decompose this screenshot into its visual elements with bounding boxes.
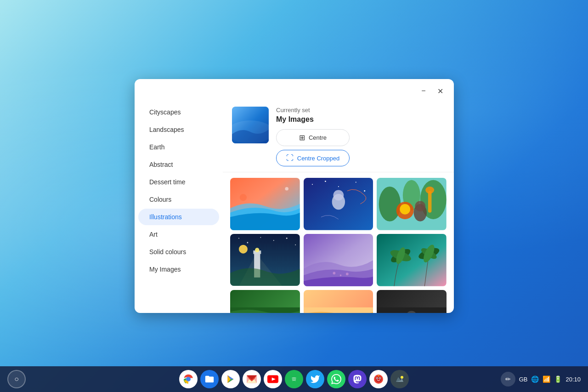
desert-svg (304, 234, 373, 286)
sidebar-item-solid-colours[interactable]: Solid colours (138, 244, 219, 260)
centre-cropped-label: Centre Cropped (297, 155, 340, 162)
whatsapp-svg (331, 374, 341, 384)
svg-point-21 (415, 201, 426, 211)
sidebar-item-my-images[interactable]: My Images (138, 261, 219, 278)
minimize-button[interactable]: − (417, 85, 430, 97)
svg-point-19 (400, 204, 411, 215)
space-svg (304, 178, 373, 230)
svg-rect-40 (377, 234, 447, 286)
peach-svg (304, 290, 373, 313)
play-app-icon[interactable] (221, 370, 240, 388)
wallpaper-item-green[interactable] (230, 290, 300, 313)
mastodon-app-icon[interactable] (348, 370, 367, 388)
currently-set-label: Currently set (276, 107, 445, 114)
current-thumb-svg (232, 107, 269, 143)
wallpaper-item-desert[interactable] (304, 234, 373, 286)
svg-point-10 (364, 190, 365, 192)
svg-point-39 (346, 273, 349, 275)
svg-point-7 (325, 181, 326, 182)
wallpaper-item-peach[interactable] (304, 290, 373, 313)
svg-point-71 (379, 378, 380, 379)
wallpaper-item-palms[interactable] (377, 234, 447, 286)
wallpaper-item-space[interactable] (304, 178, 373, 230)
taskbar-center (179, 370, 409, 388)
taskbar: ○ (0, 366, 588, 392)
gmail-svg (247, 375, 257, 383)
sidebar: Cityscapes Landscapes Earth Abstract Des… (135, 99, 223, 313)
svg-point-37 (333, 272, 335, 274)
svg-point-4 (285, 187, 288, 191)
youtube-svg (267, 375, 278, 383)
svg-point-26 (247, 242, 248, 243)
sidebar-item-cityscapes[interactable]: Cityscapes (138, 104, 219, 120)
centre-button[interactable]: ⊞ Centre (276, 129, 350, 146)
current-wallpaper-thumbnail (232, 107, 269, 143)
wallpaper-grid-section (223, 172, 454, 313)
svg-point-25 (238, 238, 239, 239)
twitter-app-icon[interactable] (306, 370, 324, 388)
beach-svg (230, 178, 300, 230)
edit-button[interactable]: ✏ (501, 372, 515, 386)
close-button[interactable]: ✕ (434, 85, 447, 97)
youtube-app-icon[interactable] (264, 370, 282, 388)
spotify-svg (289, 374, 299, 384)
svg-point-35 (255, 248, 259, 252)
sidebar-item-landscapes[interactable]: Landscapes (138, 121, 219, 138)
taskbar-left: ○ (7, 370, 26, 388)
centre-icon: ⊞ (299, 133, 305, 142)
spotify-app-icon[interactable] (285, 370, 303, 388)
angry-birds-app-icon[interactable] (369, 370, 388, 388)
files-app-icon[interactable] (200, 370, 219, 388)
time-display: 20:10 (565, 376, 581, 383)
current-thumb-image (232, 107, 269, 143)
files-svg (204, 374, 215, 384)
centre-cropped-button[interactable]: ⛶ Centre Cropped (276, 150, 350, 166)
mastodon-svg (352, 374, 362, 384)
dark-svg (377, 290, 447, 313)
current-wallpaper-name: My Images (276, 115, 445, 124)
gmail-app-icon[interactable] (243, 370, 261, 388)
palms-svg (377, 234, 447, 286)
sidebar-item-art[interactable]: Art (138, 226, 219, 243)
whatsapp-app-icon[interactable] (327, 370, 345, 388)
wallpaper-dialog: − ✕ Cityscapes Landscapes Earth Abstract… (135, 79, 454, 313)
dialog-header: − ✕ (135, 79, 454, 99)
svg-point-76 (401, 376, 403, 379)
angry-birds-svg (373, 374, 384, 385)
svg-point-23 (425, 187, 434, 193)
sidebar-item-dessert-time[interactable]: Dessert time (138, 174, 219, 190)
wallpaper-item-lighthouse[interactable] (230, 234, 300, 286)
sidebar-item-colours[interactable]: Colours (138, 191, 219, 208)
svg-point-67 (375, 376, 382, 382)
lighthouse-svg (230, 234, 300, 286)
svg-point-53 (186, 377, 191, 381)
position-buttons-group: ⊞ Centre ⛶ Centre Cropped (276, 129, 445, 166)
centre-cropped-icon: ⛶ (286, 154, 294, 162)
sidebar-item-earth[interactable]: Earth (138, 139, 219, 155)
svg-point-8 (338, 186, 339, 187)
play-svg (226, 374, 236, 384)
svg-point-15 (379, 187, 401, 222)
dialog-body: Cityscapes Landscapes Earth Abstract Des… (135, 99, 454, 313)
wallpaper-item-animals[interactable] (377, 178, 447, 230)
svg-point-73 (395, 375, 404, 384)
animals-svg (377, 178, 447, 230)
svg-point-31 (239, 244, 248, 253)
sidebar-item-illustrations[interactable]: Illustrations (138, 209, 219, 225)
green-svg (230, 290, 300, 313)
chrome-app-icon[interactable] (179, 370, 198, 388)
sidebar-item-abstract[interactable]: Abstract (138, 156, 219, 173)
wallpaper-item-beach[interactable] (230, 178, 300, 230)
current-wallpaper-info: Currently set My Images ⊞ Centre ⛶ Centr… (276, 107, 445, 166)
wifi-icon: 📶 (543, 375, 550, 383)
gb-label: GB (519, 376, 528, 383)
mountains-svg (394, 374, 405, 385)
wallpaper-item-dark[interactable] (377, 290, 447, 313)
svg-rect-22 (428, 191, 432, 212)
svg-point-27 (260, 237, 261, 238)
mountains-app-icon[interactable] (390, 370, 409, 388)
svg-point-30 (295, 244, 296, 245)
svg-point-28 (273, 240, 274, 241)
launcher-button[interactable]: ○ (7, 370, 26, 388)
svg-point-38 (339, 274, 341, 276)
